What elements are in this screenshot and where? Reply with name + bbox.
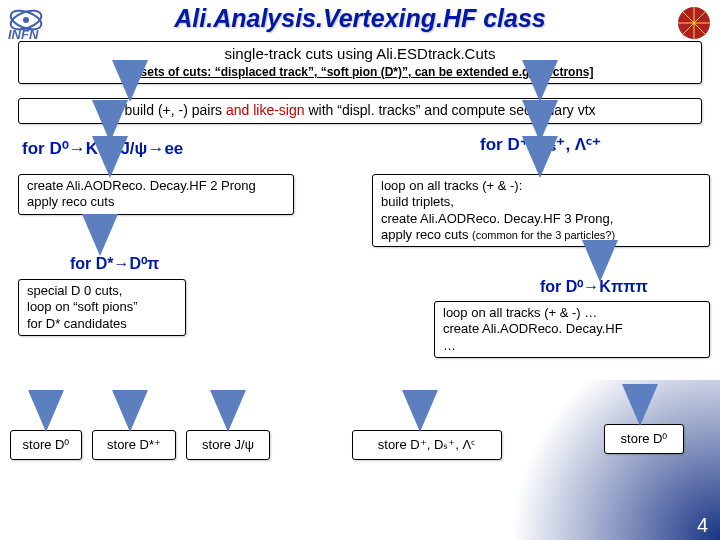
box2-c: with “displ. tracks” and compute seconda… bbox=[305, 102, 596, 118]
specialL-l3: for D* candidates bbox=[27, 316, 177, 332]
loopR-l3: create Ali.AODReco. Decay.HF 3 Prong, bbox=[381, 211, 701, 227]
box2-a: build (+, -) pairs bbox=[124, 102, 226, 118]
alice-logo bbox=[674, 3, 714, 43]
slide-title: Ali.Analysis.Vertexing.HF class bbox=[0, 0, 720, 35]
label-dstar: for D*→D⁰π bbox=[70, 254, 159, 273]
box-store-d0-b: store D⁰ bbox=[604, 424, 684, 454]
box-loop-kppp: loop on all tracks (+ & -) … create Ali.… bbox=[434, 301, 710, 358]
specialL-l1: special D 0 cuts, bbox=[27, 283, 177, 299]
loopR-l4b: (common for the 3 particles?) bbox=[472, 229, 615, 241]
box-build-pairs: build (+, -) pairs and like-sign with “d… bbox=[18, 98, 702, 124]
label-branch-left: for D⁰→Kπ, J/ψ→ee bbox=[22, 138, 183, 159]
box1-line1: single-track cuts using Ali.ESDtrack.Cut… bbox=[27, 45, 693, 64]
createL-text: create Ali.AODReco. Decay.HF 2 Prong app… bbox=[27, 178, 256, 209]
box-single-track-cuts: single-track cuts using Ali.ESDtrack.Cut… bbox=[18, 41, 702, 84]
footer-left: ALICE Offline Week, CERN, 17.03.09 bbox=[8, 522, 225, 537]
footer-page: 4 bbox=[697, 514, 708, 537]
box1-line2: [2 sets of cuts: “displaced track”, “sof… bbox=[127, 65, 594, 80]
infn-logo: INFN bbox=[6, 6, 74, 42]
loopR-l4a: apply reco cuts bbox=[381, 227, 472, 242]
box2-b: and like-sign bbox=[226, 102, 305, 118]
loopR2-l3: … bbox=[443, 338, 701, 354]
box-loop-3prong: loop on all tracks (+ & -): build triple… bbox=[372, 174, 710, 247]
specialL-l2: loop on “soft pions” bbox=[27, 299, 177, 315]
loopR-l2: build triplets, bbox=[381, 194, 701, 210]
svg-point-2 bbox=[23, 17, 29, 23]
label-branch-kppp: for D⁰→Kπππ bbox=[540, 277, 648, 296]
corner-shade bbox=[470, 380, 720, 540]
box-store-dplus: store D⁺, Dₛ⁺, Λᶜ bbox=[352, 430, 502, 460]
footer-center: Andrea Dainese bbox=[295, 522, 388, 537]
loopR2-l1: loop on all tracks (+ & -) … bbox=[443, 305, 701, 321]
svg-text:INFN: INFN bbox=[8, 27, 39, 42]
box-store-d0: store D⁰ bbox=[10, 430, 82, 460]
box-store-dstar: store D*⁺ bbox=[92, 430, 176, 460]
box-create-2prong: create Ali.AODReco. Decay.HF 2 Prong app… bbox=[18, 174, 294, 215]
label-branch-right: for D⁺, Dₛ⁺, Λᶜ⁺ bbox=[480, 134, 601, 155]
box-store-jpsi: store J/ψ bbox=[186, 430, 270, 460]
box-special-cuts: special D 0 cuts, loop on “soft pions” f… bbox=[18, 279, 186, 336]
loopR-l1: loop on all tracks (+ & -): bbox=[381, 178, 701, 194]
loopR2-l2: create Ali.AODReco. Decay.HF bbox=[443, 321, 701, 337]
